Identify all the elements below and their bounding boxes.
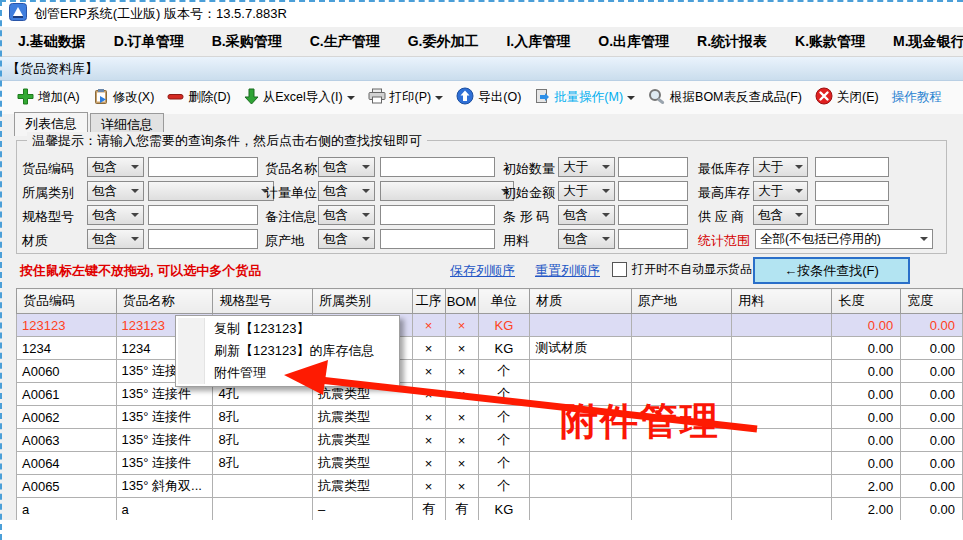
filter-value-dropdown[interactable] — [148, 181, 274, 201]
close-button[interactable]: 关闭(E) — [812, 85, 882, 110]
menu-item-2[interactable]: D.订单管理 — [100, 33, 198, 51]
column-header[interactable]: 材质 — [530, 289, 632, 314]
menu-item-10[interactable]: M.现金银行 — [879, 33, 963, 51]
modify-button[interactable]: 修改(X) — [90, 86, 158, 110]
table-cell: × — [445, 406, 478, 429]
print-button[interactable]: 打印(P) — [365, 86, 447, 109]
table-cell — [530, 314, 632, 337]
filter-operator-dropdown[interactable]: 包含 — [558, 229, 615, 249]
column-header[interactable]: 单位 — [478, 289, 530, 314]
filter-operator-dropdown[interactable]: 包含 — [318, 157, 375, 177]
filter-value-input[interactable] — [380, 205, 495, 225]
table-row[interactable]: aa–有有KG2.000.00 — [17, 498, 963, 521]
filter-operator-dropdown[interactable]: 包含 — [753, 205, 808, 225]
filter-operator-dropdown[interactable]: 大于 — [753, 157, 808, 177]
filter-value-input[interactable] — [815, 157, 889, 177]
tutorial-link[interactable]: 操作教程 — [889, 87, 945, 108]
table-cell: × — [412, 314, 445, 337]
import-excel-button[interactable]: 从Excel导入(I) — [241, 86, 358, 110]
table-row[interactable]: A0063135° 连接件8孔抗震类型××个0.000.00 — [17, 429, 963, 452]
filter-value-input[interactable] — [618, 157, 688, 177]
filter-value-input[interactable] — [380, 229, 495, 249]
menu-item-1[interactable]: J.基础数据 — [4, 33, 100, 51]
column-header[interactable]: 所属类别 — [313, 289, 413, 314]
save-column-order-link[interactable]: 保存列顺序 — [450, 262, 515, 280]
window-title: 创管ERP系统(工业版) 版本号：13.5.7.883R — [34, 5, 287, 23]
context-menu-item-1[interactable]: 复制【123123】 — [176, 318, 399, 340]
context-menu-item-3[interactable]: 附件管理 — [176, 362, 399, 384]
table-row[interactable]: 12341234××KG测试材质0.000.00 — [17, 337, 963, 360]
filter-value-dropdown[interactable] — [380, 181, 514, 201]
column-header[interactable]: 货品编码 — [17, 289, 117, 314]
table-cell: – — [313, 498, 413, 521]
column-header[interactable]: 货品名称 — [116, 289, 213, 314]
table-cell: 个 — [478, 429, 530, 452]
filter-operator-dropdown[interactable]: 包含 — [87, 229, 144, 249]
filter-value-input[interactable] — [148, 157, 258, 177]
context-menu-item-2[interactable]: 刷新【123123】的库存信息 — [176, 340, 399, 362]
table-cell — [732, 429, 832, 452]
filter-value-input[interactable] — [815, 205, 889, 225]
filter-operator-dropdown[interactable]: 包含 — [558, 205, 615, 225]
filter-operator-dropdown[interactable]: 包含 — [87, 157, 144, 177]
plus-icon — [17, 88, 34, 108]
filter-operator-dropdown[interactable]: 大于 — [753, 181, 808, 201]
delete-button[interactable]: 删除(D) — [164, 86, 233, 110]
menu-item-9[interactable]: K.账款管理 — [781, 33, 879, 51]
table-cell: 8孔 — [213, 452, 313, 475]
filter-value-input[interactable] — [815, 181, 889, 201]
menu-item-7[interactable]: O.出库管理 — [584, 33, 683, 51]
table-cell: KG — [478, 498, 530, 521]
filter-operator-dropdown[interactable]: 包含 — [318, 205, 375, 225]
column-header[interactable]: 规格型号 — [213, 289, 313, 314]
minus-icon — [167, 88, 184, 108]
table-body: 123123123123–××KG0.000.0012341234××KG测试材… — [17, 314, 963, 521]
filter-value-input[interactable] — [618, 229, 688, 249]
table-cell: A0061 — [17, 383, 117, 406]
table-row[interactable]: A0060135° 连接件××个0.000.00 — [17, 360, 963, 383]
menu-item-3[interactable]: B.采购管理 — [198, 33, 296, 51]
menu-item-8[interactable]: R.统计报表 — [683, 33, 781, 51]
bom-lookup-button[interactable]: 根据BOM表反查成品(F) — [645, 86, 805, 110]
add-button[interactable]: 增加(A) — [14, 86, 83, 110]
column-header[interactable]: 原产地 — [631, 289, 731, 314]
table-cell: 个 — [478, 452, 530, 475]
menu-item-4[interactable]: C.生产管理 — [296, 33, 394, 51]
filter-value-dropdown[interactable]: 全部(不包括已停用的) — [755, 229, 933, 249]
table-row[interactable]: A0061135° 连接件4孔抗震类型××个0.000.00 — [17, 383, 963, 406]
filter-operator-dropdown[interactable]: 包含 — [87, 205, 144, 225]
table-row[interactable]: A0064135° 连接件8孔抗震类型××个0.000.00 — [17, 452, 963, 475]
column-header[interactable]: 长度 — [832, 289, 901, 314]
filter-operator-dropdown[interactable]: 包含 — [318, 229, 375, 249]
reset-column-order-link[interactable]: 重置列顺序 — [535, 262, 600, 280]
modify-label: 修改(X) — [113, 89, 155, 106]
table-row[interactable]: 123123123123–××KG0.000.00 — [17, 314, 963, 337]
table-cell: 135° 连接件 — [116, 406, 213, 429]
table-cell: 测试材质 — [530, 337, 632, 360]
filter-operator-dropdown[interactable]: 大于 — [558, 181, 615, 201]
batch-operation-button[interactable]: 批量操作(M) — [531, 86, 638, 110]
table-row[interactable]: A0065135° 斜角双...抗震类型××个2.000.00 — [17, 475, 963, 498]
filter-value-input[interactable] — [148, 205, 258, 225]
filter-value-input[interactable] — [618, 181, 688, 201]
column-header[interactable]: BOM — [445, 289, 478, 314]
autoload-checkbox[interactable] — [612, 262, 627, 277]
filter-operator-dropdown[interactable]: 包含 — [87, 181, 144, 201]
import-excel-label: 从Excel导入(I) — [263, 89, 343, 106]
export-button[interactable]: 导出(O) — [453, 85, 524, 110]
column-header[interactable]: 工序 — [412, 289, 445, 314]
filter-operator-dropdown[interactable]: 大于 — [558, 157, 615, 177]
filter-value-input[interactable] — [148, 229, 258, 249]
find-by-condition-button[interactable]: ←按条件查找(F) — [753, 257, 910, 284]
column-header[interactable]: 宽度 — [901, 289, 963, 314]
menu-item-6[interactable]: I.入库管理 — [492, 33, 584, 51]
table-cell: × — [445, 475, 478, 498]
context-menu: 复制【123123】刷新【123123】的库存信息附件管理 — [175, 315, 400, 387]
column-header[interactable]: 用料 — [732, 289, 832, 314]
table-row[interactable]: A0062135° 连接件8孔抗震类型××个0.000.00 — [17, 406, 963, 429]
menu-item-5[interactable]: G.委外加工 — [394, 33, 493, 51]
filter-operator-dropdown[interactable]: 包含 — [318, 181, 375, 201]
table-cell — [631, 337, 731, 360]
filter-value-input[interactable] — [618, 205, 688, 225]
filter-value-input[interactable] — [380, 157, 495, 177]
